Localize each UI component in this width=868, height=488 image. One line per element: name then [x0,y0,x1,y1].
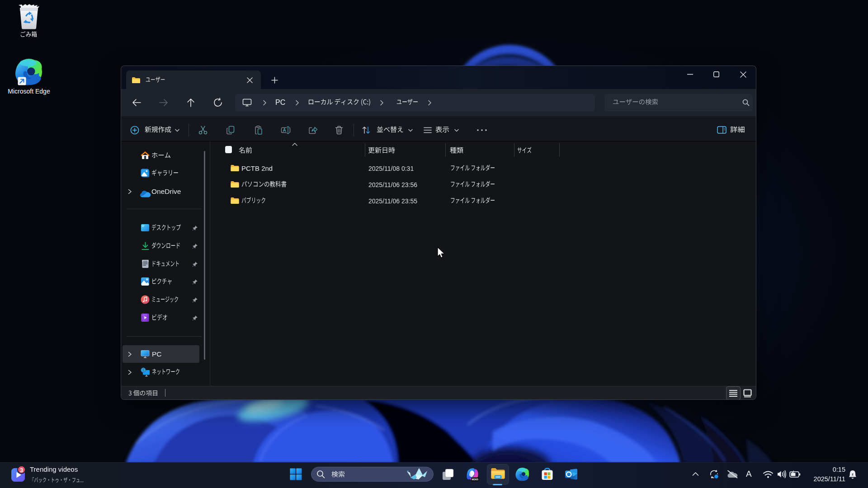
svg-text:M365: M365 [472,478,478,481]
svg-text:z: z [852,472,854,476]
